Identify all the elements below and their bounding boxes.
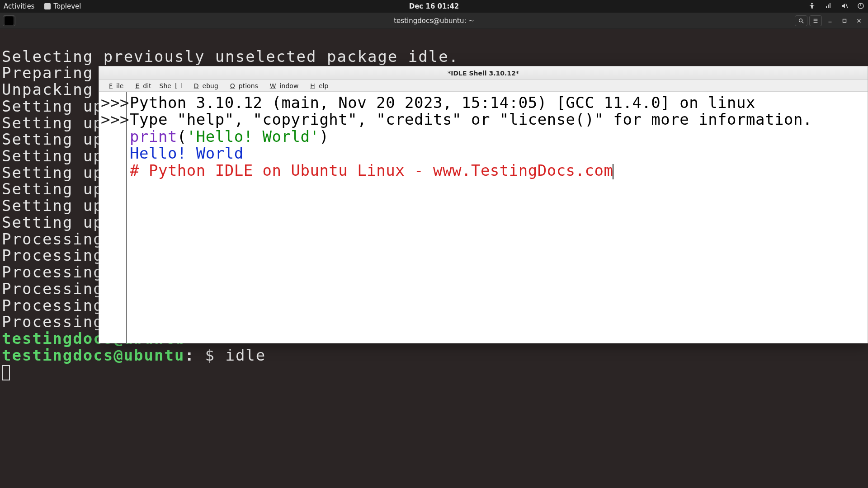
idle-banner: Type "help", "copyright", "credits" or "… <box>130 110 812 128</box>
prompt-dollar: $ <box>205 346 215 364</box>
prompt-command: idle <box>225 346 266 364</box>
idle-cursor <box>613 164 613 179</box>
code-func: print <box>130 127 177 145</box>
menu-file[interactable]: File <box>102 81 127 90</box>
new-tab-button[interactable] <box>3 15 15 26</box>
code-paren: ( <box>177 127 187 145</box>
terminal-title: testingdocs@ubuntu: ~ <box>394 17 474 25</box>
active-app-name: Toplevel <box>53 2 81 10</box>
terminal-titlebar: testingdocs@ubuntu: ~ <box>0 13 868 29</box>
hamburger-menu-icon[interactable] <box>809 15 822 26</box>
idle-window: *IDLE Shell 3.10.12* File Edit Shell Deb… <box>99 66 868 343</box>
svg-point-7 <box>799 19 802 22</box>
network-icon[interactable] <box>825 2 832 11</box>
clock[interactable]: Dec 16 01:42 <box>409 2 459 10</box>
svg-rect-4 <box>5 16 14 25</box>
idle-prompt: >>> <box>101 94 129 112</box>
svg-line-8 <box>802 21 804 23</box>
menu-shell[interactable]: Shell <box>156 81 186 90</box>
idle-menubar: File Edit Shell Debug Options Window Hel… <box>99 80 868 92</box>
prompt-user: testingdocs@ubuntu <box>2 346 184 364</box>
prompt-sep: : <box>184 346 194 364</box>
idle-banner: Python 3.10.12 (main, Nov 20 2023, 15:14… <box>130 94 755 112</box>
maximize-button[interactable] <box>838 15 851 26</box>
idle-title: *IDLE Shell 3.10.12* <box>448 70 519 77</box>
gnome-top-bar: Activities Toplevel Dec 16 01:42 <box>0 0 868 13</box>
idle-content[interactable]: Python 3.10.12 (main, Nov 20 2023, 15:14… <box>127 92 868 343</box>
search-icon[interactable] <box>795 15 807 26</box>
minimize-button[interactable] <box>824 15 836 26</box>
svg-rect-13 <box>843 19 846 22</box>
term-line: Selecting previously unselected package … <box>2 47 459 66</box>
menu-edit[interactable]: Edit <box>128 81 155 90</box>
accessibility-icon[interactable] <box>808 2 816 11</box>
menu-window[interactable]: Window <box>263 81 302 90</box>
activities-button[interactable]: Activities <box>4 2 34 10</box>
terminal-cursor <box>2 365 10 380</box>
svg-line-1 <box>846 4 848 8</box>
code-paren: ) <box>319 127 329 145</box>
system-tray[interactable] <box>808 2 864 11</box>
idle-prompt-gutter: >>> >>> <box>99 92 127 343</box>
code-comment: # Python IDLE on Ubuntu Linux - www.Test… <box>130 161 613 179</box>
idle-body[interactable]: >>> >>> Python 3.10.12 (main, Nov 20 202… <box>99 92 868 343</box>
close-button[interactable] <box>853 15 865 26</box>
code-output: Hello! World <box>130 144 244 162</box>
volume-icon[interactable] <box>841 2 848 11</box>
code-string: 'Hello! World' <box>187 127 320 145</box>
idle-prompt: >>> <box>101 110 129 128</box>
active-app-indicator[interactable]: Toplevel <box>44 2 81 10</box>
svg-point-0 <box>811 3 813 5</box>
power-icon[interactable] <box>857 2 864 11</box>
menu-options[interactable]: Options <box>223 81 262 90</box>
menu-help[interactable]: Help <box>303 81 332 90</box>
idle-titlebar[interactable]: *IDLE Shell 3.10.12* <box>99 66 868 80</box>
menu-debug[interactable]: Debug <box>187 81 222 90</box>
app-icon <box>44 3 51 9</box>
